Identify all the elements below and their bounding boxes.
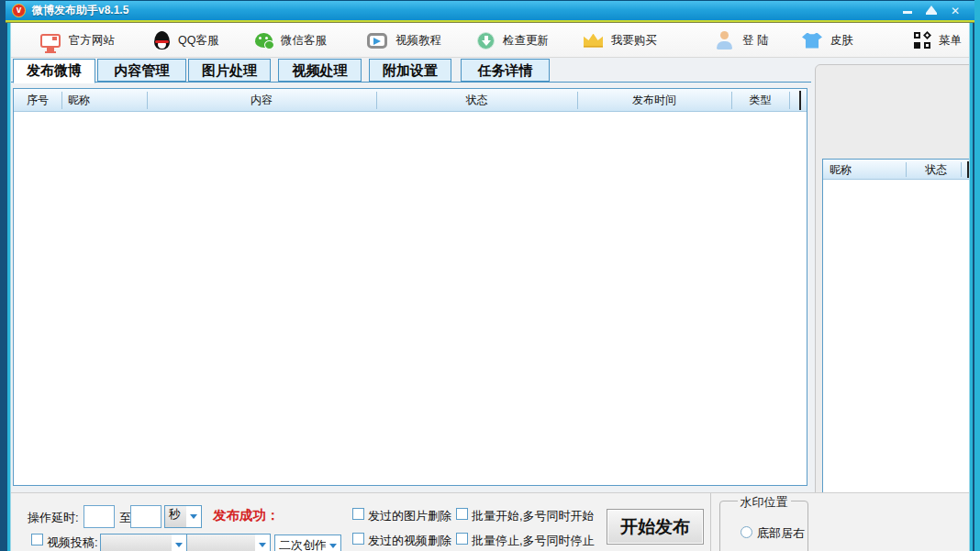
tshirt-icon (802, 33, 822, 49)
toolbar-item-buy[interactable]: 我要购买 (584, 23, 657, 58)
window-border-left (6, 0, 11, 551)
delete-sent-videos-checkbox[interactable] (352, 533, 364, 545)
column-header-nickname[interactable]: 昵称 (68, 89, 90, 112)
task-table: 序号 昵称 内容 状态 发布时间 类型 (13, 88, 807, 486)
batch-start-checkbox[interactable] (456, 508, 468, 520)
chevron-down-icon (255, 534, 270, 551)
toolbar: 官方网站 QQ客服 微信客服 视频教程 检查更新 我要购买 登 陆 皮肤 (11, 23, 969, 58)
toolbar-label: QQ客服 (178, 33, 218, 49)
chevron-down-icon (326, 535, 340, 551)
watermark-bottom-right-label: 底部居右 (757, 525, 805, 542)
toolbar-label: 我要购买 (611, 33, 657, 49)
delay-label: 操作延时: (28, 510, 79, 526)
tab-publish-weibo[interactable]: 发布微博 (13, 59, 95, 83)
tab-image-processing[interactable]: 图片处理 (188, 59, 271, 82)
creation-type-value: 二次创作 (275, 537, 326, 551)
delay-unit-value: 秒 (165, 506, 186, 527)
wechat-icon (255, 33, 273, 48)
toolbar-item-qq-support[interactable]: QQ客服 (154, 23, 218, 58)
publish-status-label: 发布成功： (213, 507, 280, 524)
toolbar-item-wechat-support[interactable]: 微信客服 (255, 23, 327, 58)
window-controls: ✕ (899, 1, 963, 21)
start-publish-button[interactable]: 开始发布 (607, 509, 704, 545)
watermark-position-group: 水印位置 底部居右 (719, 501, 808, 551)
column-divider (906, 162, 907, 177)
crown-icon (584, 34, 603, 48)
chevron-down-icon (186, 506, 201, 527)
tab-bar: 发布微博 内容管理 图片处理 视频处理 附加设置 任务详情 (11, 59, 811, 83)
accounts-panel: 昵称 状态 (815, 64, 980, 551)
column-header-status[interactable]: 状态 (376, 89, 577, 112)
toolbar-label: 菜单 (939, 33, 962, 49)
tab-extra-settings[interactable]: 附加设置 (369, 59, 451, 82)
batch-stop-label: 批量停止,多号同时停止 (472, 533, 595, 549)
watermark-group-title: 水印位置 (738, 494, 791, 511)
window-title: 微博发布助手v8.1.5 (32, 3, 128, 18)
creation-type-select[interactable]: 二次创作 (274, 534, 341, 551)
accent-shadow-line (6, 22, 974, 23)
delay-max-input[interactable] (130, 505, 161, 528)
toolbar-label: 视频教程 (395, 33, 441, 49)
delay-unit-select[interactable]: 秒 (164, 505, 202, 528)
tab-video-processing[interactable]: 视频处理 (278, 59, 362, 82)
toolbar-label: 官方网站 (69, 33, 115, 49)
bottom-panel: 操作延时: 至 秒 发布成功： 发过的图片删除 批量开始,多号同时开始 发过的视… (11, 492, 969, 551)
watermark-bottom-right-radio[interactable] (741, 526, 752, 538)
column-header-content[interactable]: 内容 (147, 89, 376, 112)
column-divider (789, 92, 790, 109)
toolbar-label: 微信客服 (281, 33, 327, 49)
column-divider-dark (799, 91, 801, 110)
column-header-nickname[interactable]: 昵称 (830, 160, 852, 180)
accounts-table: 昵称 状态 (822, 159, 974, 542)
video-submission-label: 视频投稿: (47, 534, 98, 551)
column-divider (376, 92, 377, 109)
toolbar-label: 皮肤 (830, 33, 853, 49)
video-category-value (101, 534, 172, 551)
maximize-button[interactable] (923, 4, 940, 18)
column-header-publish-time[interactable]: 发布时间 (577, 89, 731, 112)
menu-grid-icon (914, 32, 930, 49)
batch-start-label: 批量开始,多号同时开始 (472, 508, 595, 524)
close-button[interactable]: ✕ (947, 4, 963, 18)
video-category-select[interactable] (100, 534, 187, 551)
app-window: v 微博发布助手v8.1.5 ✕ 官方网站 QQ客服 微信客服 视频教程 检查更 (0, 0, 980, 551)
qq-icon (154, 31, 170, 50)
task-table-header: 序号 昵称 内容 状态 发布时间 类型 (14, 89, 807, 112)
download-update-icon (477, 32, 495, 50)
toolbar-item-skin[interactable]: 皮肤 (802, 23, 853, 58)
user-icon (716, 31, 734, 50)
accounts-table-header: 昵称 状态 (823, 160, 974, 180)
delay-min-input[interactable] (84, 505, 115, 528)
app-logo-icon: v (12, 4, 26, 17)
column-divider (731, 92, 732, 109)
delete-sent-images-checkbox[interactable] (352, 508, 364, 520)
video-subcategory-value (187, 534, 255, 551)
column-divider (961, 162, 962, 177)
video-subcategory-select[interactable] (186, 534, 271, 551)
batch-stop-checkbox[interactable] (456, 533, 468, 545)
toolbar-item-menu[interactable]: 菜单 (914, 23, 962, 58)
column-divider (61, 92, 62, 109)
monitor-icon (40, 34, 61, 48)
tab-task-details[interactable]: 任务详情 (461, 59, 550, 82)
minimize-button[interactable] (899, 4, 916, 18)
delete-sent-images-label: 发过的图片删除 (368, 508, 451, 524)
chevron-down-icon (172, 534, 186, 551)
toolbar-label: 登 陆 (742, 33, 768, 49)
delete-sent-videos-label: 发过的视频删除 (368, 533, 451, 549)
toolbar-item-video-tutorial[interactable]: 视频教程 (367, 23, 441, 58)
column-header-type[interactable]: 类型 (731, 89, 789, 112)
toolbar-item-official-site[interactable]: 官方网站 (40, 23, 115, 58)
window-border-right (969, 0, 974, 551)
toolbar-item-check-update[interactable]: 检查更新 (477, 23, 549, 58)
section-divider (710, 493, 711, 551)
column-divider (577, 92, 578, 109)
toolbar-item-login[interactable]: 登 陆 (716, 23, 768, 58)
video-play-icon (367, 33, 387, 49)
column-header-status[interactable]: 状态 (906, 160, 966, 180)
toolbar-label: 检查更新 (503, 33, 549, 49)
column-header-index[interactable]: 序号 (14, 89, 61, 112)
video-submission-checkbox[interactable] (31, 534, 43, 545)
tab-content-management[interactable]: 内容管理 (97, 59, 186, 82)
titlebar: v 微博发布助手v8.1.5 ✕ (6, 0, 974, 20)
